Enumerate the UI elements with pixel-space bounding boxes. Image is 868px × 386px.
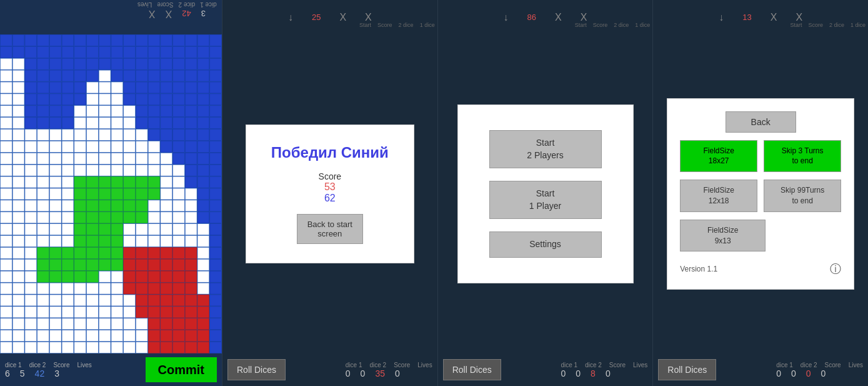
top-label-lives: Lives	[137, 1, 152, 8]
bottom-labels: dice 1 dice 2 Score Lives	[5, 362, 92, 368]
top-dice1: 3	[201, 9, 206, 19]
score-section: Score 53 62	[319, 171, 342, 204]
p4-x1-icon: X	[771, 12, 777, 23]
p4-header-score: 13	[742, 13, 751, 22]
settings-panel: ↓ 13 X X Start Score 2 dice 1 dice Back …	[652, 0, 868, 386]
panel3-content: Start2 Players Start1 Player Settings	[438, 34, 653, 353]
p3-x2-icon: X	[581, 12, 587, 23]
p3-arrow-down-icon: ↓	[504, 12, 509, 23]
header-label-score: Score	[377, 22, 392, 28]
fieldsize-row2: FieldSize12x18 Skip 99Turnsto end	[680, 180, 841, 212]
p3-x1-icon: X	[555, 12, 562, 23]
game-board	[0, 34, 222, 353]
label-dice1: dice 1	[5, 362, 22, 368]
val-dice1: 6	[5, 368, 10, 378]
header-x2-icon: X	[365, 12, 372, 23]
label-dice2: dice 2	[29, 362, 46, 368]
settings-back-button[interactable]: Back	[726, 111, 796, 133]
start-1player-button[interactable]: Start1 Player	[489, 181, 602, 219]
top-label-score: Score	[157, 1, 174, 8]
settings-modal: Back FieldSize18x27 Skip 3 Turnsto end F…	[667, 98, 854, 290]
top-dice2: 42	[182, 9, 191, 19]
val-lives: 3	[54, 368, 59, 378]
top-lives-x: X	[149, 8, 156, 19]
footer3-labels: dice 1 dice 2 Score Lives	[561, 362, 647, 368]
panel2-content: Победил Синий Score 53 62 Back to starts…	[222, 34, 437, 353]
footer4-vals: 0 0 0 0	[776, 368, 863, 378]
fieldsize-row3: FieldSize9x13	[680, 220, 841, 252]
roll-dices-button-2[interactable]: Roll Dices	[227, 359, 286, 380]
game-canvas	[0, 34, 222, 353]
fieldsize-18x27-button[interactable]: FieldSize18x27	[680, 140, 757, 173]
game-panel: 3 42 X X dice 1 dice 2 Score Lives dice …	[0, 0, 222, 386]
footer3-vals: 0 0 8 0	[561, 368, 647, 378]
footer2-labels: dice 1 dice 2 Score Lives	[346, 362, 432, 368]
f3-score: 8	[591, 368, 596, 378]
version-text: Version 1.1	[680, 265, 717, 273]
header-score-red: 25	[312, 13, 321, 22]
header-label-1dice: 1 dice	[420, 22, 435, 28]
footer2-info: dice 1 dice 2 Score Lives 0 0 35 0	[346, 362, 432, 378]
top-label-dice2: dice 2	[179, 1, 196, 8]
roll-dices-button-4[interactable]: Roll Dices	[658, 359, 716, 380]
panel2-footer: Roll Dices dice 1 dice 2 Score Lives 0 0…	[222, 353, 437, 386]
start-2players-button[interactable]: Start2 Players	[489, 130, 602, 168]
f4-dice2: 0	[791, 368, 796, 378]
skip-99turns-button[interactable]: Skip 99Turnsto end	[764, 180, 841, 212]
header-label-start: Start	[359, 22, 371, 28]
p4-arrow-down-icon: ↓	[719, 12, 724, 23]
start-panel: ↓ 86 X X Start Score 2 dice 1 dice Start…	[437, 0, 653, 386]
footer3-info: dice 1 dice 2 Score Lives 0 0 8 0	[561, 362, 647, 378]
top-score-x: X	[166, 8, 172, 19]
f3-dice2: 0	[576, 368, 581, 378]
f2-dice2: 0	[361, 368, 366, 378]
f3-dice1: 0	[561, 368, 566, 378]
score-label: Score	[319, 171, 342, 181]
win-modal: Победил Синий Score 53 62 Back to starts…	[246, 124, 414, 263]
score-red: 53	[324, 181, 336, 193]
skip-3turns-button[interactable]: Skip 3 Turnsto end	[764, 140, 841, 173]
panel3-header: ↓ 86 X X Start Score 2 dice 1 dice	[438, 0, 653, 34]
p3-header-score: 86	[527, 13, 536, 22]
top-label-dice1: dice 1	[200, 1, 217, 8]
fieldsize-12x18-button[interactable]: FieldSize12x18	[680, 180, 757, 212]
f3-lives: 0	[606, 368, 611, 378]
score-blue: 62	[324, 193, 336, 204]
panel3-footer: Roll Dices dice 1 dice 2 Score Lives 0 0…	[438, 353, 653, 386]
info-icon[interactable]: ⓘ	[830, 262, 841, 277]
f4-score: 0	[806, 368, 811, 378]
f2-dice1: 0	[346, 368, 351, 378]
val-dice2: 5	[20, 368, 25, 378]
f4-dice1: 0	[776, 368, 781, 378]
win-title: Победил Синий	[271, 144, 389, 161]
commit-button[interactable]: Commit	[146, 357, 217, 382]
settings-button[interactable]: Settings	[489, 231, 602, 258]
version-row: Version 1.1 ⓘ	[680, 262, 841, 277]
win-panel: ↓ 25 X X Start Score 2 dice 1 dice Побед…	[222, 0, 437, 386]
bottom-bar: dice 1 dice 2 Score Lives 6 5 42 3 Commi…	[0, 353, 222, 386]
arrow-down-icon: ↓	[288, 12, 293, 23]
f2-score: 35	[375, 368, 385, 378]
f4-lives: 0	[821, 368, 826, 378]
start-modal: Start2 Players Start1 Player Settings	[457, 104, 634, 283]
footer4-labels: dice 1 dice 2 Score Lives	[776, 362, 863, 368]
back-to-start-button[interactable]: Back to startscreen	[297, 214, 363, 244]
panel4-content: Back FieldSize18x27 Skip 3 Turnsto end F…	[653, 34, 868, 353]
p4-x2-icon: X	[796, 12, 802, 23]
label-lives: Lives	[77, 362, 92, 368]
bottom-info: dice 1 dice 2 Score Lives 6 5 42 3	[5, 362, 92, 378]
fieldsize-row1: FieldSize18x27 Skip 3 Turnsto end	[680, 140, 841, 173]
panel4-footer: Roll Dices dice 1 dice 2 Score Lives 0 0…	[653, 353, 868, 386]
header-x1-icon: X	[339, 12, 346, 23]
fieldsize-9x13-button[interactable]: FieldSize9x13	[680, 220, 766, 252]
roll-dices-button-3[interactable]: Roll Dices	[443, 359, 501, 380]
panel4-header: ↓ 13 X X Start Score 2 dice 1 dice	[653, 0, 868, 34]
footer2-vals: 0 0 35 0	[346, 368, 432, 378]
panel2-header: ↓ 25 X X Start Score 2 dice 1 dice	[222, 0, 437, 34]
label-score: Score	[53, 362, 69, 368]
header-label-2dice: 2 dice	[399, 22, 414, 28]
bottom-vals: 6 5 42 3	[5, 368, 92, 378]
top-bar: 3 42 X X dice 1 dice 2 Score Lives	[0, 0, 222, 34]
f2-lives: 0	[395, 368, 400, 378]
val-score: 42	[35, 368, 45, 378]
